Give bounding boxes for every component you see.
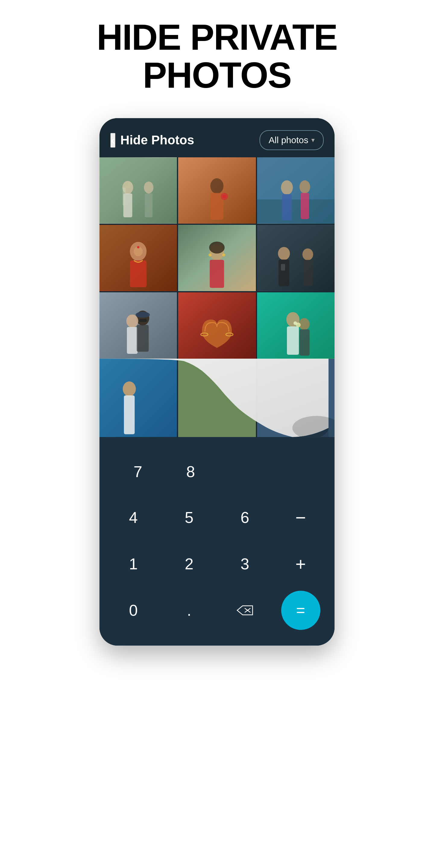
calc-button-4[interactable]: 4 xyxy=(114,498,153,537)
photo-cell-6[interactable] xyxy=(257,225,335,291)
calc-cell-7: 7 xyxy=(112,452,164,491)
calc-button-dot[interactable]: . xyxy=(170,591,209,630)
back-button[interactable]: ‹ xyxy=(110,133,116,148)
photo-9-image xyxy=(257,292,335,359)
svg-point-26 xyxy=(209,242,224,254)
screen-title: Hide Photos xyxy=(120,133,194,147)
calc-button-0[interactable]: 0 xyxy=(114,591,153,630)
svg-rect-29 xyxy=(257,225,335,291)
svg-rect-12 xyxy=(257,158,335,223)
calc-button-6[interactable]: 6 xyxy=(225,498,265,537)
svg-rect-38 xyxy=(127,327,138,354)
svg-point-44 xyxy=(226,333,233,336)
svg-point-9 xyxy=(210,178,224,193)
title-line2: PHOTOS xyxy=(143,55,291,95)
svg-point-41 xyxy=(135,312,150,318)
photo-cell-2[interactable] xyxy=(178,157,255,224)
svg-point-50 xyxy=(296,322,301,327)
calc-button-3[interactable]: 3 xyxy=(225,544,265,584)
photo-cell-7[interactable] xyxy=(99,292,177,359)
svg-rect-13 xyxy=(257,199,335,223)
chevron-down-icon: ▾ xyxy=(311,136,315,144)
photo-under-curl-1 xyxy=(99,359,177,437)
photo-5-image xyxy=(178,225,255,291)
calculator-section: 7 8 4 5 6 − 1 xyxy=(99,437,335,646)
backspace-icon xyxy=(237,604,253,616)
svg-rect-54 xyxy=(124,396,135,434)
title-line1: HIDE PRIVATE xyxy=(97,17,337,57)
photo-2-image xyxy=(178,157,255,224)
svg-point-53 xyxy=(123,381,136,396)
calc-button-equals[interactable]: = xyxy=(281,591,320,630)
svg-rect-15 xyxy=(282,194,292,220)
app-header: ‹ Hide Photos All photos ▾ xyxy=(99,118,335,157)
svg-rect-33 xyxy=(303,260,313,286)
svg-rect-48 xyxy=(287,327,299,355)
svg-rect-1 xyxy=(99,158,177,223)
calc-row-123: 1 2 3 + xyxy=(105,541,329,587)
calc-button-7[interactable]: 7 xyxy=(119,452,158,491)
svg-point-32 xyxy=(302,248,313,260)
svg-rect-17 xyxy=(301,193,309,219)
calc-button-plus[interactable]: + xyxy=(281,544,320,584)
svg-rect-40 xyxy=(139,319,147,322)
svg-rect-7 xyxy=(178,158,255,223)
photo-7-image xyxy=(99,292,177,359)
svg-rect-42 xyxy=(178,293,255,358)
calc-row-456: 4 5 6 − xyxy=(105,494,329,541)
svg-rect-39 xyxy=(137,325,149,352)
photo-cell-5[interactable] xyxy=(178,225,255,291)
svg-point-24 xyxy=(210,244,224,260)
svg-rect-10 xyxy=(210,193,224,220)
svg-point-47 xyxy=(299,318,310,330)
phone-mockup: ‹ Hide Photos All photos ▾ xyxy=(99,118,335,646)
svg-point-19 xyxy=(130,242,147,261)
photo-1-image xyxy=(99,157,177,224)
svg-rect-0 xyxy=(99,158,177,223)
svg-rect-21 xyxy=(130,260,147,287)
svg-point-16 xyxy=(299,180,310,193)
svg-point-22 xyxy=(137,246,140,248)
svg-rect-5 xyxy=(145,193,153,217)
page-title: HIDE PRIVATE PHOTOS xyxy=(67,18,367,94)
svg-rect-49 xyxy=(299,330,310,355)
svg-point-37 xyxy=(126,314,138,328)
svg-point-20 xyxy=(134,247,143,256)
filter-button[interactable]: All photos ▾ xyxy=(259,130,324,150)
calc-button-minus[interactable]: − xyxy=(281,498,320,537)
photo-10-image xyxy=(99,359,177,437)
svg-point-28 xyxy=(222,253,225,256)
photo-3-image xyxy=(257,157,335,224)
photo-4-image xyxy=(99,225,177,291)
svg-rect-23 xyxy=(178,225,255,291)
svg-point-30 xyxy=(278,247,290,260)
calc-row-7-8: 7 8 xyxy=(105,443,329,494)
photo-cell-3[interactable] xyxy=(257,157,335,224)
svg-rect-18 xyxy=(99,225,177,291)
svg-point-2 xyxy=(122,181,133,194)
svg-point-51 xyxy=(293,321,297,325)
photo-cell-4[interactable] xyxy=(99,225,177,291)
svg-point-27 xyxy=(209,253,212,256)
calc-button-8[interactable]: 8 xyxy=(171,452,210,491)
svg-rect-8 xyxy=(178,158,255,223)
photo-under-curl-2 xyxy=(178,359,255,437)
calc-cell-8: 8 xyxy=(164,452,217,491)
photo-cell-8[interactable] xyxy=(178,292,255,359)
filter-label: All photos xyxy=(269,135,308,145)
calc-button-backspace[interactable] xyxy=(225,591,265,630)
photo-cell-1[interactable] xyxy=(99,157,177,224)
calc-button-2[interactable]: 2 xyxy=(170,544,209,584)
photo-cell-9[interactable] xyxy=(257,292,335,359)
svg-point-4 xyxy=(144,181,153,193)
svg-rect-52 xyxy=(99,359,177,436)
svg-rect-31 xyxy=(278,259,289,286)
photo-6-image xyxy=(257,225,335,291)
photo-8-image xyxy=(178,292,255,359)
svg-point-46 xyxy=(286,312,300,327)
svg-point-11 xyxy=(221,193,228,200)
calc-button-1[interactable]: 1 xyxy=(114,544,153,584)
svg-point-14 xyxy=(281,180,293,195)
calc-button-5[interactable]: 5 xyxy=(170,498,209,537)
svg-rect-3 xyxy=(123,193,132,217)
